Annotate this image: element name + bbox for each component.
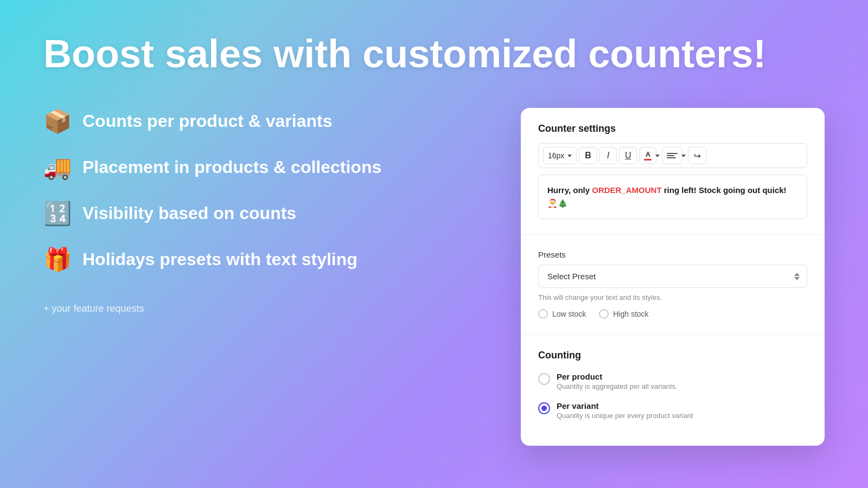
feature-text-1: Counts per product & variants (82, 111, 333, 131)
align-line-1 (667, 153, 678, 154)
counting-option-per-variant[interactable]: Per variant Quantity is unique per every… (538, 401, 807, 420)
counting-option-per-product[interactable]: Per product Quantity is aggregated per a… (538, 372, 807, 390)
per-variant-desc: Quantity is unique per every product var… (557, 412, 693, 420)
main-container: Boost sales with customized counters! 📦 … (0, 0, 868, 488)
undo-button[interactable]: ↩ (688, 147, 707, 164)
counting-option-per-product-text: Per product Quantity is aggregated per a… (557, 372, 678, 390)
feature-text-4: Holidays presets with text styling (82, 249, 358, 269)
feature-emoji-4: 🎁 (43, 246, 72, 273)
radio-per-product (538, 373, 550, 385)
radio-label-low-stock: Low stock (552, 310, 586, 318)
counter-settings-section: Counter settings 16px B (521, 108, 825, 235)
presets-section: Presets Select Preset Low stock High sto… (521, 235, 825, 335)
feature-text-3: Visibility based on counts (82, 203, 296, 223)
font-color-button[interactable]: A (639, 147, 656, 164)
italic-label: I (607, 151, 609, 160)
font-size-label: 16px (548, 151, 564, 160)
radio-per-variant (538, 402, 550, 414)
feature-item-3: 🔢 Visibility based on counts (43, 200, 477, 227)
align-button[interactable] (662, 147, 682, 164)
presets-hint: This will change your text and its style… (538, 293, 807, 301)
bold-label: B (585, 151, 591, 160)
align-chevron-icon (681, 155, 686, 157)
settings-card: Counter settings 16px B (521, 108, 825, 446)
radio-circle-low-stock (538, 309, 548, 319)
counting-section: Counting Per product Quantity is aggrega… (521, 335, 825, 446)
content-row: 📦 Counts per product & variants 🚚 Placem… (43, 108, 825, 446)
text-preview: Hurry, only ORDER_AMOUNT ring left! Stoc… (538, 175, 807, 219)
bold-button[interactable]: B (579, 147, 597, 164)
preset-radio-group: Low stock High stock (538, 309, 807, 319)
feature-requests: + your feature requests (43, 303, 477, 314)
align-line-3 (667, 157, 676, 158)
feature-emoji-1: 📦 (43, 108, 72, 134)
preset-select-wrapper: Select Preset Low stock High stock Chris… (538, 265, 807, 288)
presets-label: Presets (538, 250, 807, 259)
per-product-label: Per product (557, 372, 678, 381)
align-line-2 (667, 155, 674, 156)
left-panel: 📦 Counts per product & variants 🚚 Placem… (43, 108, 477, 314)
radio-low-stock[interactable]: Low stock (538, 309, 586, 319)
feature-item-2: 🚚 Placement in products & collections (43, 154, 477, 181)
per-variant-label: Per variant (557, 401, 693, 410)
underline-label: U (625, 151, 631, 160)
text-prefix: Hurry, only (547, 185, 592, 195)
font-size-button[interactable]: 16px (543, 147, 577, 164)
font-color-bar (644, 159, 652, 160)
feature-emoji-2: 🚚 (43, 154, 72, 181)
feature-emoji-3: 🔢 (43, 200, 72, 227)
text-highlight: ORDER_AMOUNT (592, 185, 661, 195)
counting-title: Counting (538, 350, 807, 361)
font-color-icon: A (646, 151, 650, 158)
hero-title: Boost sales with customized counters! (43, 33, 825, 75)
feature-item-1: 📦 Counts per product & variants (43, 108, 477, 134)
undo-icon: ↩ (694, 151, 701, 161)
font-color-chevron-icon (655, 155, 660, 157)
preset-select[interactable]: Select Preset Low stock High stock Chris… (538, 265, 807, 288)
radio-circle-high-stock (599, 309, 609, 319)
counting-option-per-variant-text: Per variant Quantity is unique per every… (557, 401, 693, 420)
feature-text-2: Placement in products & collections (82, 157, 381, 177)
underline-button[interactable]: U (619, 147, 637, 164)
per-product-desc: Quantity is aggregated per all variants. (557, 382, 678, 390)
italic-button[interactable]: I (599, 147, 617, 164)
radio-high-stock[interactable]: High stock (599, 309, 648, 319)
radio-label-high-stock: High stock (613, 310, 648, 318)
toolbar: 16px B I U (538, 143, 807, 168)
right-panel: Counter settings 16px B (521, 108, 825, 446)
feature-item-4: 🎁 Holidays presets with text styling (43, 246, 477, 273)
font-size-chevron-icon (567, 155, 572, 157)
counter-settings-title: Counter settings (538, 123, 807, 134)
